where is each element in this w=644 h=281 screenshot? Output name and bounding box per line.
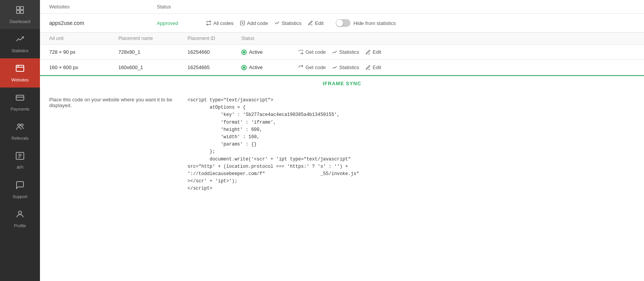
sidebar-item-dashboard[interactable]: Dashboard bbox=[0, 0, 40, 29]
sidebar-item-label-profile: Profile bbox=[14, 223, 26, 228]
placement-id-1: 16254660 bbox=[188, 49, 241, 55]
sidebar-item-label-dashboard: Dashboard bbox=[10, 19, 30, 24]
svg-rect-4 bbox=[16, 65, 24, 71]
svg-rect-2 bbox=[17, 10, 20, 13]
statistics-icon bbox=[15, 35, 25, 46]
code-instruction: Place this code on your website where yo… bbox=[49, 97, 180, 275]
svg-point-10 bbox=[21, 124, 23, 126]
col-placement-name: Placement name bbox=[118, 36, 188, 41]
edit-icon-2 bbox=[365, 65, 371, 70]
iframe-sync-label: IFRAME SYNC bbox=[323, 81, 362, 86]
statistics-action-icon bbox=[274, 20, 280, 26]
sidebar: Dashboard Statistics Websites Pa bbox=[0, 0, 40, 281]
edit-label-2: Edit bbox=[373, 64, 381, 70]
websites-icon bbox=[15, 64, 25, 75]
sidebar-item-statistics[interactable]: Statistics bbox=[0, 29, 40, 58]
sidebar-item-api[interactable]: API bbox=[0, 146, 40, 175]
placement-status-2: Active bbox=[241, 64, 295, 70]
ad-row-1: 728 × 90 px 728x90_1 16254660 Active Get… bbox=[40, 45, 644, 60]
statistics-btn-2[interactable]: Statistics bbox=[332, 64, 359, 70]
ad-unit-1: 728 × 90 px bbox=[49, 49, 118, 55]
get-code-icon-2 bbox=[298, 65, 304, 70]
code-section: Place this code on your website where yo… bbox=[40, 91, 644, 281]
api-icon bbox=[15, 151, 25, 163]
get-code-button-2[interactable]: Get code bbox=[298, 64, 326, 70]
status-active-1: Active bbox=[249, 49, 262, 55]
get-code-label-2: Get code bbox=[305, 64, 326, 70]
svg-point-15 bbox=[18, 211, 22, 214]
get-code-icon-1 bbox=[298, 50, 304, 55]
edit-label-1: Edit bbox=[373, 49, 381, 55]
sidebar-item-label-websites: Websites bbox=[11, 78, 28, 82]
sidebar-item-label-referrals: Referrals bbox=[12, 136, 29, 140]
svg-rect-3 bbox=[20, 10, 23, 13]
main-content: Websites Status apps2use.com Approved Al… bbox=[40, 0, 644, 281]
sidebar-item-label-support: Support bbox=[13, 194, 28, 199]
sidebar-item-payments[interactable]: Payments bbox=[0, 88, 40, 117]
sidebar-item-label-api: API bbox=[17, 165, 23, 170]
statistics-label: Statistics bbox=[282, 20, 302, 26]
add-code-button[interactable]: Add code bbox=[240, 20, 268, 26]
statistics-label-1: Statistics bbox=[339, 49, 359, 55]
website-name: apps2use.com bbox=[49, 20, 157, 26]
edit-button[interactable]: Edit bbox=[308, 20, 324, 26]
sidebar-item-support[interactable]: Support bbox=[0, 175, 40, 204]
col-ad-unit: Ad unit bbox=[49, 36, 118, 41]
statistics-icon-2 bbox=[332, 65, 337, 70]
iframe-sync-bar[interactable]: IFRAME SYNC bbox=[40, 75, 644, 91]
edit-label: Edit bbox=[315, 20, 324, 26]
placement-status-1: Active bbox=[241, 49, 295, 55]
dashboard-icon bbox=[15, 5, 25, 17]
statistics-label-2: Statistics bbox=[339, 64, 359, 70]
edit-btn-2[interactable]: Edit bbox=[365, 64, 381, 70]
placement-name-2: 160x600_1 bbox=[118, 64, 188, 70]
col-websites-label: Websites bbox=[49, 4, 157, 10]
all-codes-icon bbox=[206, 20, 211, 26]
svg-rect-7 bbox=[16, 95, 24, 100]
support-icon bbox=[15, 180, 25, 192]
toggle-switch[interactable] bbox=[336, 19, 350, 27]
statistics-btn-1[interactable]: Statistics bbox=[332, 49, 359, 55]
svg-rect-0 bbox=[17, 7, 20, 10]
sidebar-item-profile[interactable]: Profile bbox=[0, 204, 40, 233]
add-code-icon bbox=[240, 20, 245, 26]
sidebar-item-websites[interactable]: Websites bbox=[0, 58, 40, 88]
all-codes-label: All codes bbox=[213, 20, 234, 26]
edit-icon bbox=[308, 20, 313, 26]
edit-btn-1[interactable]: Edit bbox=[365, 49, 381, 55]
profile-icon bbox=[15, 210, 25, 221]
placement-id-2: 16254665 bbox=[188, 64, 241, 70]
hide-from-statistics-toggle[interactable]: Hide from statistics bbox=[336, 19, 396, 27]
sidebar-item-referrals[interactable]: Referrals bbox=[0, 117, 40, 146]
col-placement-status: Status bbox=[241, 36, 295, 41]
add-code-label: Add code bbox=[247, 20, 268, 26]
ad-unit-2: 160 × 600 px bbox=[49, 64, 118, 70]
toggle-knob bbox=[336, 20, 343, 26]
col-status-label: Status bbox=[157, 4, 203, 10]
placement-header: Ad unit Placement name Placement ID Stat… bbox=[40, 33, 644, 45]
edit-icon-1 bbox=[365, 50, 371, 55]
code-block[interactable]: <script type="text/javascript"> atOption… bbox=[188, 97, 635, 275]
get-code-label-1: Get code bbox=[305, 49, 326, 55]
status-dot-2 bbox=[241, 65, 247, 70]
status-dot-1 bbox=[241, 50, 247, 55]
statistics-button[interactable]: Statistics bbox=[274, 20, 302, 26]
col-placement-id: Placement ID bbox=[188, 36, 241, 41]
svg-point-9 bbox=[18, 124, 20, 126]
svg-rect-1 bbox=[20, 7, 23, 10]
all-codes-button[interactable]: All codes bbox=[206, 20, 234, 26]
table-header: Websites Status bbox=[40, 0, 644, 14]
status-active-2: Active bbox=[249, 64, 262, 70]
website-row: apps2use.com Approved All codes Add code bbox=[40, 14, 644, 33]
get-code-button-1[interactable]: Get code bbox=[298, 49, 326, 55]
ad-actions-2: Get code Statistics Edit bbox=[298, 64, 381, 70]
hide-from-statistics-label: Hide from statistics bbox=[354, 20, 396, 26]
statistics-icon-1 bbox=[332, 50, 337, 55]
payments-icon bbox=[15, 93, 25, 104]
referrals-icon bbox=[15, 122, 25, 134]
sidebar-item-label-payments: Payments bbox=[11, 107, 30, 111]
sidebar-item-label-statistics: Statistics bbox=[12, 48, 28, 53]
website-status: Approved bbox=[157, 20, 203, 26]
ad-row-2: 160 × 600 px 160x600_1 16254665 Active G… bbox=[40, 60, 644, 75]
website-actions: All codes Add code Statistics bbox=[206, 19, 396, 27]
